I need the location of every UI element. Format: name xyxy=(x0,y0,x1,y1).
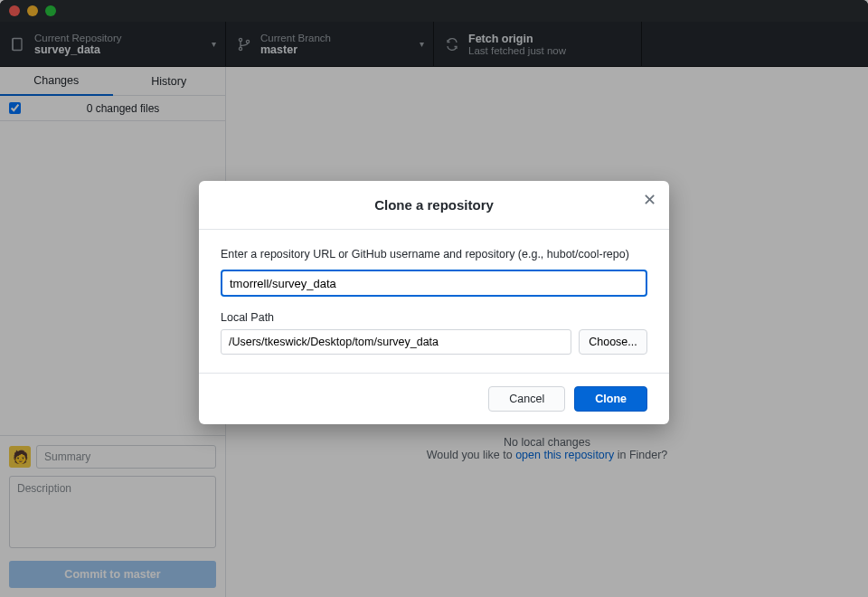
modal-footer: Cancel Clone xyxy=(199,373,669,424)
close-icon[interactable]: ✕ xyxy=(643,192,656,208)
local-path-input[interactable] xyxy=(221,329,571,355)
url-instruction: Enter a repository URL or GitHub usernam… xyxy=(221,248,647,261)
modal-overlay[interactable]: Clone a repository ✕ Enter a repository … xyxy=(0,0,868,597)
local-path-label: Local Path xyxy=(221,311,647,324)
modal-header: Clone a repository ✕ xyxy=(199,181,669,230)
choose-path-button[interactable]: Choose... xyxy=(579,329,647,355)
clone-button[interactable]: Clone xyxy=(574,386,647,412)
cancel-button[interactable]: Cancel xyxy=(488,386,565,412)
repository-url-input[interactable] xyxy=(221,270,647,297)
modal-title: Clone a repository xyxy=(374,197,494,213)
clone-repository-modal: Clone a repository ✕ Enter a repository … xyxy=(199,181,669,424)
modal-body: Enter a repository URL or GitHub usernam… xyxy=(199,230,669,373)
